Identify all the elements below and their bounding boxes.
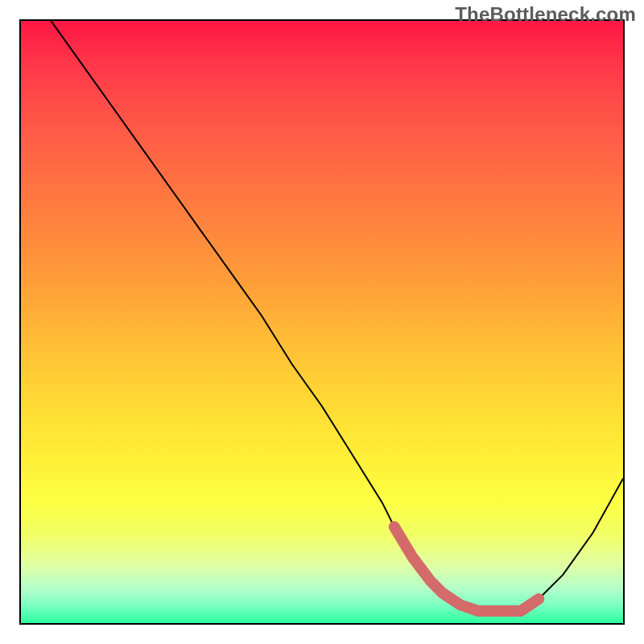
chart-container: TheBottleneck.com [0, 0, 644, 644]
plot-area [19, 19, 625, 625]
chart-svg [21, 21, 623, 623]
optimal-range-marker [394, 526, 539, 611]
watermark-text: TheBottleneck.com [455, 3, 636, 26]
bottleneck-curve [51, 21, 623, 611]
